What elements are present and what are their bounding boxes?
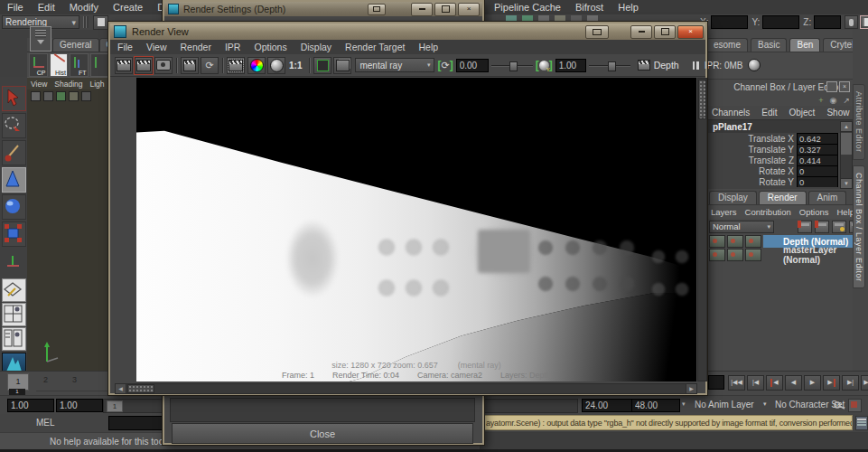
- layer-options-menu[interactable]: Options: [799, 207, 829, 217]
- anim-layer-dropdown[interactable]: No Anim Layer: [695, 400, 754, 410]
- cb-show-menu[interactable]: Show: [826, 108, 849, 118]
- viewport-toolbar-icon[interactable]: [81, 91, 91, 101]
- step-back-key-button[interactable]: ◀: [766, 375, 783, 391]
- snap-point-icon[interactable]: [538, 15, 549, 22]
- close-panel-icon[interactable]: ×: [839, 81, 850, 92]
- render-view-vscrollbar[interactable]: [697, 78, 707, 381]
- ipr-stop-button[interactable]: [748, 59, 761, 71]
- step-forward-key-button[interactable]: ▶: [823, 375, 840, 391]
- move-tool-button[interactable]: [2, 167, 26, 193]
- viewport-toolbar-icon[interactable]: [69, 91, 79, 101]
- shelf-item-cp[interactable]: CP: [29, 53, 48, 77]
- close-button[interactable]: ×: [677, 25, 704, 39]
- rotate-tool-button[interactable]: [2, 194, 26, 220]
- layer-render-pass-icon[interactable]: [745, 235, 761, 248]
- display-real-size-button[interactable]: [313, 57, 331, 74]
- menu-bifrost[interactable]: Bifrost: [575, 2, 603, 13]
- rv-menu-display[interactable]: Display: [301, 42, 331, 52]
- maximize-button[interactable]: [434, 3, 456, 16]
- keep-image-button[interactable]: [333, 57, 351, 74]
- layout-four-pane-button[interactable]: [2, 303, 26, 326]
- minimize-button[interactable]: [630, 25, 652, 39]
- script-editor-icon[interactable]: [855, 416, 868, 430]
- chevron-down-icon[interactable]: ▾: [682, 400, 686, 408]
- status-line-separator[interactable]: [83, 16, 89, 28]
- close-button[interactable]: ×: [458, 3, 480, 16]
- z-coordinate-field[interactable]: [814, 15, 841, 29]
- play-forwards-button[interactable]: ▶: [804, 375, 821, 391]
- viewport-menu-shading[interactable]: Shading: [54, 80, 82, 89]
- gamma-slider[interactable]: [589, 60, 630, 71]
- menu-modify[interactable]: Modify: [70, 2, 98, 13]
- layer-blend-mode-dropdown[interactable]: Normal ▾: [709, 221, 774, 233]
- hyperbolic-icon[interactable]: ↗: [843, 96, 850, 105]
- ratio-1-1-button[interactable]: 1:1: [289, 61, 302, 71]
- playback-end-field[interactable]: [582, 399, 632, 412]
- render-view-hscrollbar[interactable]: ◀ ▶: [115, 383, 697, 394]
- auto-keyframe-icon[interactable]: [834, 400, 845, 411]
- chevron-down-icon[interactable]: ▾: [763, 400, 767, 408]
- render-layer-indicator[interactable]: Depth: [638, 60, 679, 71]
- play-backwards-button[interactable]: ◀: [785, 375, 802, 391]
- render-layer-row-masterlayer[interactable]: masterLayer (Normal): [707, 249, 868, 261]
- command-output-bar[interactable]: ayatomr.Scene) : output data type "rgba_…: [480, 415, 853, 430]
- shelf-tab-awesome[interactable]: esome: [707, 38, 748, 52]
- new-scene-icon[interactable]: [93, 15, 108, 30]
- hscrollbar-thumb[interactable]: [127, 384, 154, 393]
- scroll-down-icon[interactable]: ▼: [841, 178, 852, 188]
- paint-select-tool-button[interactable]: [2, 140, 26, 165]
- layer-tab-anim[interactable]: Anim: [808, 191, 847, 204]
- shelf-item-hist[interactable]: Hist: [50, 53, 69, 77]
- layer-visibility-icon[interactable]: [709, 235, 725, 248]
- exposure-slider[interactable]: [491, 60, 533, 71]
- start-ipr-button[interactable]: [⟳]: [437, 60, 453, 71]
- rotate-x-field[interactable]: [797, 165, 838, 177]
- render-current-frame-button[interactable]: [135, 57, 153, 74]
- rv-menu-options[interactable]: Options: [254, 42, 286, 52]
- copy-tab-icon[interactable]: [826, 81, 837, 92]
- gamma-field[interactable]: [555, 59, 586, 72]
- rotate-y-field[interactable]: [797, 176, 838, 187]
- playback-start-field[interactable]: [56, 399, 103, 412]
- scroll-up-icon[interactable]: ▲: [841, 122, 852, 132]
- manipulator-axis-icon[interactable]: +: [818, 96, 823, 105]
- alpha-channel-button[interactable]: [267, 57, 285, 74]
- character-set-icon[interactable]: [845, 15, 858, 29]
- shelf-item-partial[interactable]: [90, 53, 109, 77]
- scroll-right-icon[interactable]: ▶: [686, 384, 696, 393]
- step-back-frame-button[interactable]: |◀: [747, 375, 764, 391]
- render-view-titlebar[interactable]: Render View ×: [110, 24, 705, 40]
- rv-menu-render[interactable]: Render: [181, 42, 211, 52]
- shelf-editor-button[interactable]: [30, 26, 51, 52]
- gamma-toggle-button[interactable]: [Y]: [536, 61, 553, 71]
- lasso-tool-button[interactable]: [2, 113, 26, 138]
- viewport-toolbar-icon[interactable]: [43, 91, 53, 101]
- layer-tab-display[interactable]: Display: [709, 191, 757, 204]
- create-empty-render-layer-icon[interactable]: [798, 221, 812, 233]
- scroll-left-icon[interactable]: ◀: [116, 384, 126, 393]
- rv-menu-help[interactable]: Help: [418, 42, 438, 52]
- rv-menu-view[interactable]: View: [146, 42, 167, 52]
- y-coordinate-field[interactable]: [762, 15, 799, 29]
- minimize-button[interactable]: [411, 3, 433, 16]
- object-name[interactable]: pPlane17: [713, 122, 752, 132]
- slider-handle[interactable]: [608, 61, 616, 71]
- layer-tab-render[interactable]: Render: [759, 191, 807, 204]
- vscrollbar-thumb[interactable]: [698, 80, 706, 119]
- mel-label[interactable]: MEL: [36, 418, 55, 428]
- ipr-region-button[interactable]: [227, 57, 245, 74]
- speed-state-icon[interactable]: ◉: [830, 96, 837, 105]
- rv-menu-ipr[interactable]: IPR: [225, 42, 241, 52]
- shelf-tab-ben[interactable]: Ben: [789, 38, 820, 52]
- attribute-editor-side-tab[interactable]: Attribute Editor: [853, 84, 865, 160]
- animation-preferences-icon[interactable]: [848, 399, 862, 412]
- exposure-field[interactable]: [456, 59, 489, 72]
- contribution-menu[interactable]: Contribution: [745, 207, 791, 217]
- menu-edit[interactable]: Edit: [38, 2, 55, 13]
- maximize-button[interactable]: [654, 25, 676, 39]
- channel-box-side-tab[interactable]: Channel Box / Layer Editor: [853, 165, 865, 289]
- go-to-start-button[interactable]: |◀◀: [728, 375, 745, 391]
- x-coordinate-field[interactable]: [711, 15, 748, 29]
- playback-speed-field[interactable]: [708, 375, 724, 390]
- layout-single-pane-button[interactable]: [2, 278, 26, 302]
